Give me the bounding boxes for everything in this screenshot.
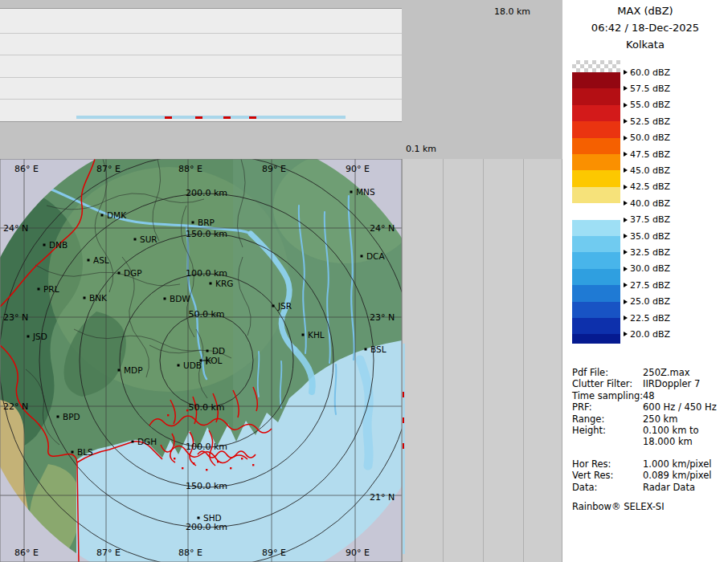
info-row: Time sampling:48 [572, 390, 726, 401]
longitude-label: 89° E [262, 164, 286, 174]
scale-color-block [572, 105, 620, 121]
station-label: DMK [107, 210, 127, 220]
scale-color-block [572, 220, 620, 236]
level-arrow-icon [624, 234, 628, 238]
level-arrow-icon [624, 136, 628, 140]
station-marker [38, 288, 40, 291]
longitude-label: 89° E [262, 548, 286, 558]
height-axis-max-label: 18.0 km [494, 6, 530, 17]
radar-map: MNSDMKBRPSURDNBDCAASLDGPKRGPRLBNKBDWJSRK… [0, 159, 402, 562]
cross-section-echo-strong [403, 392, 404, 397]
station-marker [88, 259, 90, 262]
scale-color-block [572, 121, 620, 137]
level-arrow-icon [624, 332, 628, 336]
height-gridline [523, 159, 524, 562]
station-label: UDB [183, 360, 202, 370]
scale-above-max-block [572, 60, 620, 72]
radar-display-window: { "axes": { "height_max": "18.0 km", "he… [0, 0, 728, 562]
longitude-label: 88° E [178, 548, 202, 558]
scale-level-label: 32.5 dBZ [624, 247, 670, 257]
info-row: Range:250 km [572, 413, 726, 425]
level-arrow-icon [624, 103, 628, 108]
longitude-label: 87° E [96, 164, 121, 174]
latitude-label: 23° N [370, 312, 395, 323]
station-marker [198, 517, 200, 519]
scale-color-block [572, 203, 620, 219]
station-label: DNB [49, 240, 67, 250]
vertical-cross-section-top-panel [0, 8, 402, 122]
station-marker [43, 244, 46, 246]
scale-level-label: 27.5 dBZ [624, 280, 670, 290]
station-label: BRP [198, 218, 215, 227]
station-label: BLS [77, 447, 93, 457]
scale-level-label: 52.5 dBZ [624, 116, 670, 126]
longitude-label: 86° E [14, 164, 39, 174]
level-arrow-icon [624, 201, 628, 206]
range-ring-label: 150.0 km [186, 229, 227, 239]
longitude-label: 87° E [96, 548, 121, 558]
scale-color-block [572, 318, 620, 334]
station-label: MDP [124, 365, 142, 375]
scale-level-label: 45.0 dBZ [624, 165, 670, 175]
scale-level-label: 50.0 dBZ [624, 133, 670, 143]
station-marker [164, 298, 166, 300]
station-marker [302, 334, 305, 336]
station-marker [101, 214, 104, 217]
level-arrow-icon [624, 299, 628, 304]
station-marker [365, 348, 367, 351]
info-row: Clutter Filter:IIRDoppler 7 [572, 378, 726, 389]
cross-section-echo-strong [165, 116, 172, 119]
level-arrow-icon [624, 267, 628, 271]
station-label: DCA [366, 251, 385, 261]
scale-color-block [572, 252, 620, 268]
cross-section-echo-strong [249, 116, 256, 119]
station-label: JSD [32, 332, 47, 341]
height-gridline [0, 77, 402, 78]
scale-level-label: 57.5 dBZ [624, 83, 670, 93]
longitude-label: 88° E [178, 164, 202, 174]
height-gridline [0, 55, 402, 55]
range-ring-label: 50.0 km [188, 402, 224, 413]
height-gridline [0, 99, 402, 100]
latitude-label: 24° N [370, 223, 395, 234]
scale-color-block [572, 269, 620, 285]
scale-color-block [572, 302, 620, 318]
level-arrow-icon [624, 70, 628, 75]
station-label: KHL [308, 330, 325, 340]
level-arrow-icon [624, 86, 628, 91]
station-marker [118, 369, 121, 372]
level-arrow-icon [624, 218, 628, 222]
station-label: DGH [137, 437, 157, 446]
station-label: ASL [93, 255, 109, 265]
range-ring-label: 100.0 km [186, 268, 227, 279]
info-row: Height:0.100 km to [572, 425, 726, 436]
scale-level-label: 37.5 dBZ [624, 215, 670, 225]
level-arrow-icon [624, 316, 628, 320]
info-row: Data:Radar Data [572, 482, 726, 493]
level-arrow-icon [624, 168, 628, 173]
height-gridline [483, 159, 484, 562]
radar-map-panel: MNSDMKBRPSURDNBDCAASLDGPKRGPRLBNKBDWJSRK… [0, 159, 402, 562]
range-ring-label: 100.0 km [186, 442, 227, 452]
level-arrow-icon [624, 152, 628, 157]
level-arrow-icon [624, 283, 628, 287]
longitude-label: 90° E [346, 164, 370, 174]
vertical-cross-section-side-panel [402, 159, 562, 562]
scale-color-block [572, 88, 620, 104]
range-ring-label: 50.0 km [188, 309, 224, 320]
longitude-label: 90° E [346, 548, 370, 558]
station-marker [350, 191, 353, 193]
station-marker [134, 238, 137, 241]
scale-level-label: 42.5 dBZ [624, 182, 670, 192]
cross-section-echo-strong [403, 443, 404, 449]
scale-level-label: 47.5 dBZ [624, 149, 670, 159]
product-datetime: 06:42 / 18-Dec-2025 [562, 22, 728, 34]
scale-level-label: 60.0 dBZ [624, 67, 670, 77]
station-label: KRG [215, 279, 233, 288]
station-label: PRL [43, 284, 59, 294]
scale-level-label: 25.0 dBZ [624, 297, 670, 307]
station-label: DGP [124, 268, 142, 278]
level-arrow-icon [624, 250, 628, 255]
station-marker [192, 222, 194, 224]
scale-color-block [572, 170, 620, 186]
